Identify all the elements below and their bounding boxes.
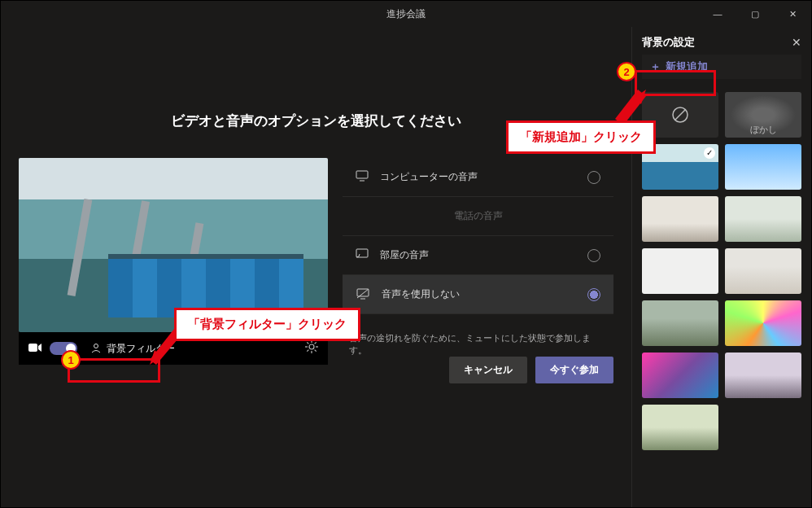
- desktop-icon: [356, 170, 369, 184]
- background-blur[interactable]: ぼかし: [725, 92, 801, 138]
- cancel-button[interactable]: キャンセル: [449, 357, 527, 383]
- minimize-button[interactable]: —: [699, 1, 736, 27]
- action-buttons: キャンセル 今すぐ参加: [343, 357, 613, 383]
- radio-icon: [587, 288, 600, 301]
- background-thumb[interactable]: [725, 196, 801, 242]
- maximize-button[interactable]: ▢: [736, 1, 774, 27]
- sidebar-header: 背景の設定 ✕: [642, 35, 801, 50]
- background-thumb[interactable]: [642, 300, 718, 346]
- window-title: 進捗会議: [386, 7, 426, 21]
- annotation-text-filter: 「背景フィルター」クリック: [174, 308, 360, 341]
- audio-option-computer[interactable]: コンピューターの音声: [343, 158, 613, 197]
- close-button[interactable]: ✕: [774, 1, 811, 27]
- audio-option-label: コンピューターの音声: [380, 170, 478, 184]
- main-area: ビデオと音声のオプションを選択してください 背景フィルター: [1, 27, 631, 507]
- audio-option-phone-disabled: 電話の音声: [343, 197, 613, 236]
- background-thumb[interactable]: [642, 353, 718, 398]
- background-thumb[interactable]: [725, 300, 801, 346]
- svg-point-2: [309, 344, 314, 349]
- svg-rect-13: [356, 249, 368, 257]
- svg-line-9: [307, 350, 308, 352]
- background-thumb[interactable]: [725, 248, 801, 294]
- titlebar: 進捗会議 — ▢ ✕: [1, 1, 811, 27]
- svg-rect-0: [28, 344, 37, 352]
- settings-icon[interactable]: [305, 340, 318, 357]
- background-settings-sidebar: 背景の設定 ✕ ＋ 新規追加 ぼかし: [631, 27, 811, 507]
- annotation-number-1: 1: [61, 350, 81, 370]
- blur-label: ぼかし: [725, 124, 801, 136]
- join-now-button[interactable]: 今すぐ参加: [535, 357, 613, 383]
- panels: 背景フィルター コンピューターの音声 電話の音声: [19, 158, 613, 388]
- close-icon[interactable]: ✕: [792, 36, 801, 49]
- audio-option-label: 音声を使用しない: [382, 287, 460, 301]
- window-controls: — ▢ ✕: [699, 1, 811, 27]
- svg-line-7: [307, 342, 308, 344]
- background-thumb[interactable]: [642, 405, 718, 450]
- audio-option-label: 部屋の音声: [380, 248, 429, 262]
- svg-line-8: [315, 350, 317, 352]
- annotation-box-filter: [68, 358, 160, 383]
- background-thumb[interactable]: [725, 144, 801, 190]
- video-preview: [19, 158, 328, 332]
- audio-option-none[interactable]: 音声を使用しない: [343, 275, 613, 314]
- radio-icon: [587, 249, 600, 262]
- radio-icon: [587, 171, 600, 184]
- audio-option-room[interactable]: 部屋の音声: [343, 236, 613, 275]
- body: ビデオと音声のオプションを選択してください 背景フィルター: [1, 27, 811, 507]
- svg-line-10: [315, 342, 317, 344]
- cast-icon: [356, 248, 369, 262]
- page-title: ビデオと音声のオプションを選択してください: [171, 112, 461, 130]
- background-thumb[interactable]: [642, 196, 718, 242]
- svg-rect-11: [356, 171, 368, 178]
- svg-line-18: [675, 110, 686, 120]
- audio-option-label: 電話の音声: [454, 209, 503, 223]
- person-blur-icon: [90, 342, 102, 356]
- camera-icon: [28, 342, 41, 355]
- audio-panel: コンピューターの音声 電話の音声 部屋の音声 音声を使用しない: [343, 158, 613, 388]
- screen-off-icon: [356, 287, 370, 302]
- annotation-number-2: 2: [617, 62, 636, 81]
- sidebar-title: 背景の設定: [642, 35, 695, 50]
- annotation-box-addnew: [635, 70, 716, 96]
- background-thumb[interactable]: [725, 353, 801, 398]
- background-grid: ぼかし: [642, 92, 801, 450]
- background-thumb[interactable]: [642, 248, 718, 294]
- mute-note: 音声の途切れを防ぐために、ミュートにした状態で参加します。: [343, 314, 613, 357]
- annotation-text-addnew: 「新規追加」クリック: [506, 120, 656, 154]
- svg-point-1: [94, 344, 98, 348]
